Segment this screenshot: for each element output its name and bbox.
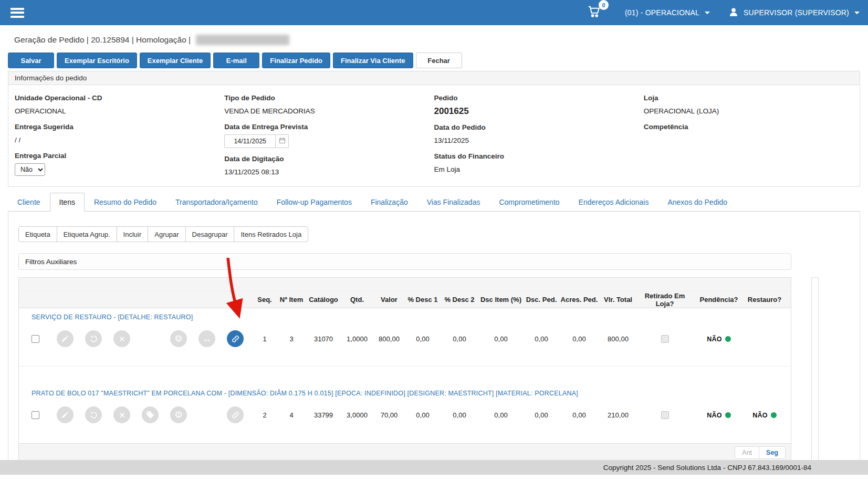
agrupar-button[interactable]: Agrupar bbox=[148, 226, 185, 242]
col-restauro[interactable]: Restauro? bbox=[745, 296, 784, 304]
vertical-scrollbar[interactable] bbox=[811, 277, 819, 462]
filtros-auxiliares-panel[interactable]: Filtros Auxiliares bbox=[18, 253, 791, 270]
menu-icon[interactable] bbox=[11, 8, 24, 18]
edit-icon[interactable] bbox=[57, 406, 74, 423]
col-num-item[interactable]: Nº Item bbox=[277, 296, 306, 304]
delete-icon[interactable] bbox=[113, 330, 130, 347]
cell-desc2: 0,00 bbox=[441, 335, 478, 343]
email-button[interactable]: E-mail bbox=[213, 53, 259, 68]
etiqueta-button[interactable]: Etiqueta bbox=[18, 226, 57, 242]
unidade-label: Unidade Operacional - CD bbox=[15, 94, 224, 102]
cell-valor: 800,00 bbox=[373, 335, 405, 343]
cart-button[interactable]: 0 bbox=[586, 5, 602, 20]
entrega-parcial-select[interactable]: Não bbox=[15, 163, 45, 176]
col-valor[interactable]: Valor bbox=[373, 296, 405, 304]
retirado-checkbox[interactable] bbox=[661, 335, 669, 343]
itens-tab-content: Etiqueta Etiqueta Agrup. Incluir Agrupar… bbox=[8, 212, 860, 466]
col-catalogo[interactable]: Catálogo bbox=[306, 296, 341, 304]
desagrupar-button[interactable]: Desagrupar bbox=[185, 226, 235, 242]
user-menu[interactable]: SUPERVISOR (SUPERVISOR) bbox=[728, 6, 860, 19]
user-icon bbox=[728, 6, 739, 19]
cell-catalogo: 31070 bbox=[306, 335, 341, 343]
history-icon[interactable] bbox=[85, 330, 102, 347]
green-status-dot bbox=[725, 336, 731, 342]
etiqueta-agrup-button[interactable]: Etiqueta Agrup. bbox=[57, 226, 117, 242]
swap-icon[interactable]: ↔ bbox=[198, 330, 215, 347]
tab-resumo-do-pedido[interactable]: Resumo do Pedido bbox=[85, 193, 166, 212]
itens-retirados-loja-button[interactable]: Itens Retirados Loja bbox=[234, 226, 308, 242]
status-financeiro-label: Status do Financeiro bbox=[434, 152, 644, 160]
table-footer: Ant Seg bbox=[19, 443, 791, 461]
tag-icon[interactable] bbox=[142, 406, 159, 423]
col-pendencia[interactable]: Pendência? bbox=[693, 296, 745, 304]
tab-comprometimento[interactable]: Comprometimento bbox=[489, 193, 569, 212]
tab-vias-finalizadas[interactable]: Vias Finalizadas bbox=[417, 193, 490, 212]
cell-dsc-ped: 0,00 bbox=[524, 411, 559, 419]
tab-enderecos-adicionais[interactable]: Endereços Adicionais bbox=[569, 193, 658, 212]
col-retirado[interactable]: Retirado Em Loja? bbox=[637, 292, 693, 308]
delete-icon[interactable] bbox=[113, 406, 130, 423]
client-copy-button[interactable]: Exemplar Cliente bbox=[140, 53, 211, 68]
save-button[interactable]: Salvar bbox=[8, 53, 54, 68]
col-acres-ped[interactable]: Acres. Ped. bbox=[559, 296, 599, 304]
cell-dsc-ped: 0,00 bbox=[524, 335, 559, 343]
user-label: SUPERVISOR (SUPERVISOR) bbox=[744, 8, 849, 17]
cell-num-item: 4 bbox=[277, 411, 306, 419]
link-icon[interactable] bbox=[227, 330, 244, 347]
col-desc2[interactable]: % Desc 2 bbox=[441, 296, 478, 304]
col-dsc-ped[interactable]: Dsc. Ped. bbox=[524, 296, 559, 304]
tab-itens[interactable]: Itens bbox=[50, 193, 85, 212]
pagination-prev-button[interactable]: Ant bbox=[735, 446, 759, 459]
item-description-link[interactable]: SERVIÇO DE RESTAURO - [DETALHE: RESTAURO… bbox=[32, 313, 791, 321]
col-dsc-item[interactable]: Dsc Item (%) bbox=[478, 296, 524, 304]
col-desc1[interactable]: % Desc 1 bbox=[405, 296, 441, 304]
status-financeiro-value: Em Loja bbox=[434, 165, 644, 174]
retirado-checkbox[interactable] bbox=[661, 411, 669, 419]
entrega-parcial-label: Entrega Parcial bbox=[15, 152, 224, 160]
tab-follow-up-pagamentos[interactable]: Follow-up Pagamentos bbox=[267, 193, 361, 212]
cell-restauro: NÃO bbox=[745, 411, 784, 419]
cell-num-item: 3 bbox=[277, 335, 306, 343]
cart-icon bbox=[586, 11, 602, 20]
edit-icon[interactable] bbox=[57, 330, 74, 347]
data-pedido-value: 13/11/2025 bbox=[434, 137, 644, 145]
tab-anexos-do-pedido[interactable]: Anexos do Pedido bbox=[658, 193, 737, 212]
tab-bar: Cliente Itens Resumo do Pedido Transport… bbox=[8, 193, 860, 212]
unidade-value: OPERACIONAL bbox=[15, 107, 224, 116]
action-toolbar: Salvar Exemplar Escritório Exemplar Clie… bbox=[8, 53, 860, 68]
item-description-link[interactable]: PRATO DE BOLO 017 "MAESTRICHT" EM PORCEL… bbox=[32, 390, 791, 397]
finalize-via-client-button[interactable]: Finalizar Via Cliente bbox=[333, 53, 413, 68]
calendar-button[interactable] bbox=[276, 134, 289, 148]
history-icon[interactable] bbox=[85, 406, 102, 423]
col-vlr-total[interactable]: Vlr. Total bbox=[599, 296, 637, 304]
entrega-sugerida-value: / / bbox=[15, 136, 224, 145]
link-icon[interactable] bbox=[227, 406, 244, 423]
table-row: PRATO DE BOLO 017 "MAESTRICHT" EM PORCEL… bbox=[19, 367, 791, 443]
office-copy-button[interactable]: Exemplar Escritório bbox=[57, 53, 137, 68]
cell-acres-ped: 0,00 bbox=[559, 411, 599, 419]
cell-dsc-item: 0,00 bbox=[478, 335, 524, 343]
row-checkbox[interactable] bbox=[32, 335, 39, 343]
col-seq[interactable]: Seq. bbox=[253, 296, 277, 304]
tipo-pedido-value: VENDA DE MERCADORIAS bbox=[224, 107, 434, 116]
tab-transportadora[interactable]: Transportadora/Içamento bbox=[166, 193, 267, 212]
entrega-prevista-input[interactable] bbox=[224, 134, 276, 148]
cart-count-badge: 0 bbox=[599, 0, 609, 10]
incluir-button[interactable]: Incluir bbox=[117, 226, 149, 242]
finalize-order-button[interactable]: Finalizar Pedido bbox=[262, 53, 330, 68]
close-button[interactable]: Fechar bbox=[416, 53, 462, 68]
competencia-value bbox=[644, 136, 853, 145]
order-info-title: Informações do pedido bbox=[8, 71, 860, 85]
gear-icon[interactable]: ⚙ bbox=[170, 406, 187, 423]
pagination-next-button[interactable]: Seg bbox=[759, 446, 786, 459]
tab-finalizacao[interactable]: Finalização bbox=[361, 193, 417, 212]
row-checkbox[interactable] bbox=[32, 411, 39, 419]
cell-qtd: 3,0000 bbox=[341, 411, 373, 419]
company-selector[interactable]: (01) - OPERACIONAL bbox=[625, 8, 710, 17]
col-qtd[interactable]: Qtd. bbox=[341, 296, 373, 304]
gear-icon[interactable]: ⚙ bbox=[170, 330, 187, 347]
company-label: (01) - OPERACIONAL bbox=[625, 8, 699, 17]
tab-cliente[interactable]: Cliente bbox=[8, 193, 50, 212]
cell-seq: 2 bbox=[253, 411, 277, 419]
pedido-label: Pedido bbox=[434, 94, 644, 102]
